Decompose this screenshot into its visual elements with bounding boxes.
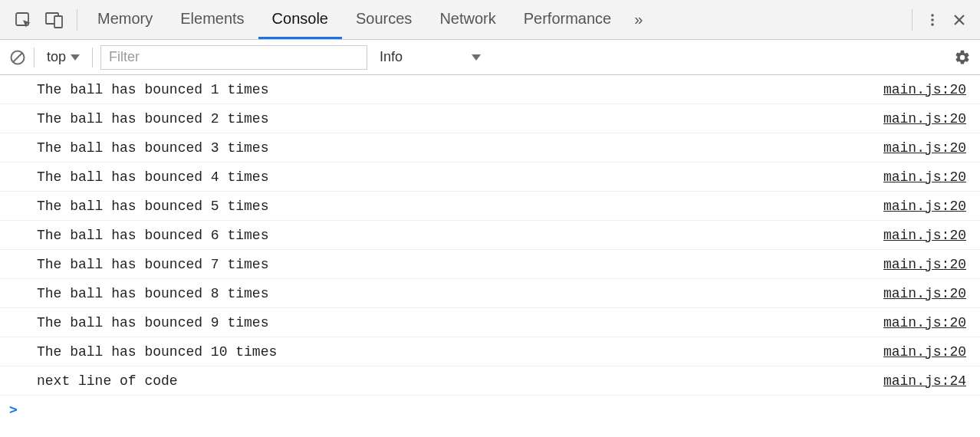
device-toolbar-icon[interactable] <box>38 6 71 34</box>
console-settings-icon[interactable] <box>954 49 971 66</box>
log-level-label: Info <box>380 49 403 65</box>
kebab-menu-icon[interactable] <box>919 6 946 34</box>
log-message: The ball has bounced 9 times <box>37 315 883 330</box>
console-log-row: The ball has bounced 4 times main.js:20 <box>0 163 980 192</box>
log-message: next line of code <box>37 373 883 389</box>
log-source-link[interactable]: main.js:20 <box>883 286 966 301</box>
log-source-link[interactable]: main.js:20 <box>883 199 966 214</box>
console-log-row: The ball has bounced 5 times main.js:20 <box>0 192 980 221</box>
console-log-list: The ball has bounced 1 times main.js:20 … <box>0 75 980 396</box>
log-source-link[interactable]: main.js:20 <box>883 344 966 360</box>
log-source-link[interactable]: main.js:20 <box>883 228 966 243</box>
tab-network[interactable]: Network <box>426 0 509 39</box>
console-prompt[interactable]: > <box>0 396 980 422</box>
tab-elements[interactable]: Elements <box>166 0 258 39</box>
inspect-element-icon[interactable] <box>8 6 38 34</box>
svg-line-9 <box>13 53 22 62</box>
console-log-row: The ball has bounced 10 times main.js:20 <box>0 337 980 366</box>
log-message: The ball has bounced 10 times <box>37 344 883 360</box>
console-filter-input[interactable] <box>100 45 367 70</box>
svg-point-5 <box>931 23 934 26</box>
log-message: The ball has bounced 3 times <box>37 140 883 156</box>
console-log-row: The ball has bounced 9 times main.js:20 <box>0 308 980 337</box>
console-toolbar: top Info <box>0 40 980 75</box>
console-log-row: The ball has bounced 8 times main.js:20 <box>0 279 980 308</box>
log-message: The ball has bounced 7 times <box>37 257 883 272</box>
tab-console[interactable]: Console <box>258 0 342 39</box>
console-log-row: The ball has bounced 3 times main.js:20 <box>0 133 980 163</box>
toolbar-divider <box>92 48 93 67</box>
chevron-down-icon <box>71 54 80 61</box>
log-source-link[interactable]: main.js:20 <box>883 315 966 330</box>
devtools-tabstrip: Memory Elements Console Sources Network … <box>0 0 980 40</box>
log-message: The ball has bounced 1 times <box>37 82 883 97</box>
log-source-link[interactable]: main.js:20 <box>883 140 966 156</box>
log-message: The ball has bounced 6 times <box>37 228 883 243</box>
log-message: The ball has bounced 4 times <box>37 169 883 185</box>
console-log-row: The ball has bounced 1 times main.js:20 <box>0 75 980 104</box>
prompt-caret-icon: > <box>9 401 18 417</box>
tab-performance[interactable]: Performance <box>510 0 626 39</box>
console-log-row: The ball has bounced 7 times main.js:20 <box>0 250 980 279</box>
panel-tabs: Memory Elements Console Sources Network … <box>84 0 652 39</box>
execution-context-selector[interactable]: top <box>42 49 84 65</box>
tabstrip-divider <box>77 9 77 31</box>
log-level-selector[interactable]: Info <box>375 49 485 65</box>
log-message: The ball has bounced 8 times <box>37 286 883 301</box>
execution-context-label: top <box>47 49 66 65</box>
console-log-row: next line of code main.js:24 <box>0 366 980 396</box>
svg-point-3 <box>931 14 934 17</box>
tab-memory[interactable]: Memory <box>84 0 166 39</box>
console-log-row: The ball has bounced 2 times main.js:20 <box>0 104 980 133</box>
tab-sources[interactable]: Sources <box>342 0 426 39</box>
clear-console-icon[interactable] <box>9 49 26 66</box>
close-devtools-icon[interactable] <box>946 6 972 34</box>
console-log-row: The ball has bounced 6 times main.js:20 <box>0 221 980 250</box>
tabs-overflow-button[interactable]: » <box>625 0 652 39</box>
svg-point-4 <box>931 18 934 21</box>
svg-rect-2 <box>54 16 62 28</box>
log-source-link[interactable]: main.js:20 <box>883 257 966 272</box>
log-source-link[interactable]: main.js:20 <box>883 169 966 185</box>
log-source-link[interactable]: main.js:20 <box>883 111 966 127</box>
log-source-link[interactable]: main.js:20 <box>883 82 966 97</box>
log-message: The ball has bounced 5 times <box>37 199 883 214</box>
log-message: The ball has bounced 2 times <box>37 111 883 127</box>
tabstrip-divider-right <box>912 9 913 31</box>
toolbar-divider <box>34 48 35 67</box>
log-source-link[interactable]: main.js:24 <box>883 373 966 389</box>
chevron-down-icon <box>472 54 481 61</box>
